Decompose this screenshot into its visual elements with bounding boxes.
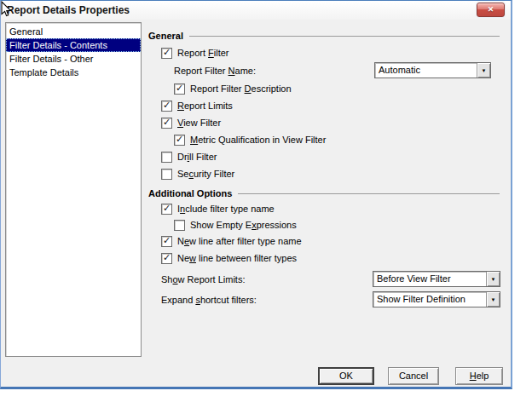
category-item-general[interactable]: General	[6, 25, 141, 38]
new-line-between-checkbox[interactable]: ✓	[161, 253, 172, 264]
help-button[interactable]: Help	[455, 367, 503, 385]
report-filter-checkbox[interactable]: ✓	[161, 48, 172, 59]
report-limits-row[interactable]: ✓ Report Limits	[148, 99, 500, 112]
report-details-properties-dialog: Report Details Properties ✕ General Filt…	[0, 0, 512, 389]
show-report-limits-combobox[interactable]: Before View Filter ▼	[373, 271, 500, 287]
check-icon: ✓	[176, 135, 183, 144]
section-title: General	[148, 31, 183, 41]
check-icon: ✓	[163, 48, 171, 57]
drill-filter-row[interactable]: Drill Filter	[148, 150, 500, 164]
report-filter-name-row: Report Filter Name: Automatic ▼	[148, 62, 500, 78]
expand-shortcut-filters-row: Expand shortcut filters: Show Filter Def…	[148, 291, 500, 307]
security-filter-label: Security Filter	[177, 169, 234, 179]
report-filter-description-label: Report Filter Description	[190, 83, 292, 94]
close-button[interactable]: ✕	[477, 3, 505, 17]
security-filter-row[interactable]: Security Filter	[148, 167, 500, 181]
include-filter-type-name-checkbox[interactable]: ✓	[161, 204, 172, 215]
include-filter-type-name-label: Include filter type name	[177, 204, 275, 214]
combobox-value: Automatic	[375, 63, 477, 78]
category-item-filter-details-contents[interactable]: Filter Details - Contents	[6, 38, 141, 52]
section-title: Additional Options	[148, 188, 232, 198]
report-filter-name-label: Report Filter Name:	[174, 66, 256, 76]
category-item-template-details[interactable]: Template Details	[6, 66, 141, 79]
view-filter-checkbox[interactable]: ✓	[161, 118, 172, 129]
show-report-limits-row: Show Report Limits: Before View Filter ▼	[148, 271, 500, 287]
security-filter-checkbox[interactable]	[161, 169, 172, 180]
new-line-between-row[interactable]: ✓ New line between filter types	[148, 251, 500, 265]
options-panel: General ✓ Report Filter Report Filter Na…	[148, 20, 500, 387]
close-icon: ✕	[488, 5, 494, 14]
report-filter-name-combobox[interactable]: Automatic ▼	[374, 62, 491, 78]
check-icon: ✓	[163, 236, 171, 245]
general-section-heading: General	[148, 29, 500, 42]
combobox-value: Before View Filter	[373, 272, 486, 286]
report-filter-description-checkbox[interactable]: ✓	[174, 83, 185, 95]
show-empty-expressions-label: Show Empty Expressions	[190, 220, 297, 230]
new-line-after-row[interactable]: ✓ New line after filter type name	[148, 234, 500, 248]
show-empty-expressions-row[interactable]: Show Empty Expressions	[148, 218, 500, 232]
new-line-between-label: New line between filter types	[177, 253, 297, 263]
dialog-client-area: General Filter Details - Contents Filter…	[1, 20, 511, 387]
metric-qualification-checkbox[interactable]: ✓	[174, 135, 185, 146]
view-filter-label: View Filter	[177, 118, 221, 128]
view-filter-row[interactable]: ✓ View Filter	[148, 116, 500, 129]
combobox-value: Show Filter Definition	[373, 292, 486, 307]
new-line-after-checkbox[interactable]: ✓	[161, 236, 172, 247]
check-icon: ✓	[163, 101, 171, 110]
report-filter-label: Report Filter	[177, 48, 229, 58]
drill-filter-label: Drill Filter	[177, 152, 217, 162]
dropdown-arrow-icon[interactable]: ▼	[477, 63, 490, 78]
cancel-button[interactable]: Cancel	[388, 367, 439, 385]
dropdown-arrow-icon[interactable]: ▼	[486, 292, 500, 307]
show-empty-expressions-checkbox[interactable]	[174, 220, 185, 231]
help-button-label: Help	[470, 371, 489, 381]
expand-shortcut-filters-combobox[interactable]: Show Filter Definition ▼	[373, 291, 500, 307]
check-icon: ✓	[163, 204, 171, 213]
expand-shortcut-filters-label: Expand shortcut filters:	[161, 295, 257, 305]
category-list: General Filter Details - Contents Filter…	[5, 22, 142, 357]
title-bar: Report Details Properties ✕	[1, 1, 511, 20]
category-item-filter-details-other[interactable]: Filter Details - Other	[6, 52, 141, 66]
report-limits-label: Report Limits	[177, 101, 233, 111]
check-icon: ✓	[176, 83, 183, 93]
cancel-button-label: Cancel	[399, 371, 428, 381]
new-line-after-label: New line after filter type name	[177, 236, 302, 246]
ok-button-label: OK	[339, 371, 353, 381]
show-report-limits-label: Show Report Limits:	[161, 274, 245, 284]
metric-qualification-label: Metric Qualification in View Filter	[190, 135, 326, 145]
additional-options-section-heading: Additional Options	[148, 187, 500, 199]
dropdown-arrow-icon[interactable]: ▼	[486, 272, 500, 286]
ok-button[interactable]: OK	[318, 367, 374, 385]
include-filter-type-name-row[interactable]: ✓ Include filter type name	[148, 202, 500, 215]
report-limits-checkbox[interactable]: ✓	[161, 101, 172, 112]
drill-filter-checkbox[interactable]	[161, 152, 172, 163]
report-filter-row[interactable]: ✓ Report Filter	[148, 46, 500, 60]
check-icon: ✓	[163, 118, 171, 127]
window-title: Report Details Properties	[7, 4, 130, 16]
check-icon: ✓	[163, 253, 171, 262]
section-divider	[238, 193, 500, 194]
section-divider	[189, 36, 500, 37]
report-filter-description-row[interactable]: ✓ Report Filter Description	[148, 82, 500, 95]
metric-qualification-row[interactable]: ✓ Metric Qualification in View Filter	[148, 133, 500, 147]
